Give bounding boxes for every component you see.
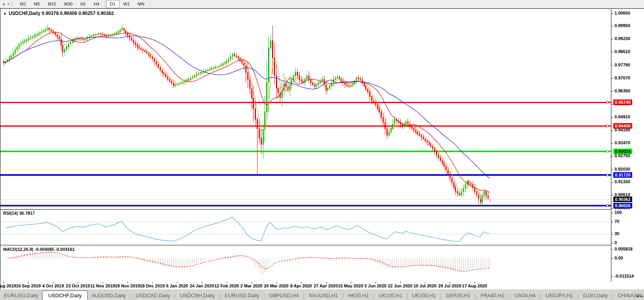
price-chart-canvas[interactable] xyxy=(0,9,611,282)
date-tick-label: 8 Apr 2020 xyxy=(290,283,312,288)
cursor-tool-icon[interactable]: ⌖ xyxy=(1,1,7,7)
chart-window: ▼USDCHF,Daily 0.90378 0.90406 0.90257 0.… xyxy=(0,8,644,289)
chart-tab-uk100[interactable]: UK100,H1 xyxy=(375,291,406,300)
toolbar-grip[interactable] xyxy=(12,1,15,7)
date-tick-label: 29 Jul 2020 xyxy=(438,283,462,288)
timeframe-button-mn[interactable]: MN xyxy=(134,0,148,8)
rsi-tick-dash xyxy=(611,234,613,234)
price-tick-label: 0.90610 xyxy=(615,192,630,197)
ohlc-high: 0.90406 xyxy=(60,11,77,16)
chart-tab-uk100[interactable]: UK100,H1 xyxy=(408,291,440,300)
price-tick-label: 0.96350 xyxy=(615,88,630,93)
chart-tab-usdcad[interactable]: USDCAD,Daily xyxy=(132,291,174,300)
chart-tab-bar: EURUSD,DailyUSDCHF,DailyAUDUSD,Daily|USD… xyxy=(0,289,644,300)
chart-tab-usdchf[interactable]: USDCHF,Daily xyxy=(42,291,87,300)
timeframe-button-m5[interactable]: M5 xyxy=(30,0,44,8)
date-tick-label: 2 Mar 2020 xyxy=(240,283,262,288)
timeframe-button-w1[interactable]: W1 xyxy=(120,0,134,8)
price-tick-dash xyxy=(611,169,613,170)
mt4-application-window: ⌖ ▾ M1M5M15M30H1H4D1W1MN ▼USDCHF,Daily 0… xyxy=(0,0,644,300)
price-tick-label: 0.94910 xyxy=(615,114,630,119)
date-tick-label: 29 Nov 2019 xyxy=(115,283,140,288)
date-tick-label: 22 Jun 2020 xyxy=(388,283,412,288)
price-level-badge: 0.94436 xyxy=(613,123,632,129)
macd-tick-label: -0.011514 xyxy=(615,274,634,278)
price-tick-dash xyxy=(611,182,613,182)
timeframe-toolbar: ⌖ ▾ M1M5M15M30H1H4D1W1MN xyxy=(0,0,644,9)
chart-tab-usdjpy[interactable]: USDJPY,H1 xyxy=(542,291,577,300)
price-tick-label: 1.00650 xyxy=(615,11,630,15)
rsi-indicator-label: RSI(14) 36.7817 xyxy=(3,211,35,215)
price-level-badge: 0.93024 xyxy=(613,149,632,154)
chart-tab-usoil[interactable]: USOil,H4 xyxy=(510,291,539,300)
date-tick-label: 15 May 2020 xyxy=(338,283,363,288)
chart-tab-dj30[interactable]: DJ30,Daily xyxy=(579,291,612,300)
chart-tab-fra40[interactable]: FRA40,H1 xyxy=(477,291,508,300)
ohlc-close: 0.90362 xyxy=(97,11,114,16)
date-tick-label: 4 Oct 2019 xyxy=(42,283,64,288)
chart-tab-ger30[interactable]: GER30,H1 xyxy=(442,291,475,300)
timeframe-button-m30[interactable]: M30 xyxy=(60,0,76,8)
chart-tab-xauusd[interactable]: XAUUSD,H1 xyxy=(305,291,342,300)
macd-tick-label: 0.00 xyxy=(615,256,623,260)
timeframe-group-separator xyxy=(149,1,150,7)
timeframe-button-m1[interactable]: M1 xyxy=(16,0,30,8)
macd-indicator-label: MACD(12,26,9) -0.004085 -0.004161 xyxy=(3,247,75,252)
price-tick-dash xyxy=(611,13,613,14)
price-tick-dash xyxy=(611,65,613,66)
timeframe-button-m15[interactable]: M15 xyxy=(44,0,60,8)
rsi-pane-separator[interactable] xyxy=(0,209,644,210)
date-tick-label: 20 Mar 2020 xyxy=(264,283,288,288)
date-tick-label: 10 Jul 2020 xyxy=(413,283,436,288)
date-tick-label: 28 Aug 2019 xyxy=(0,283,16,288)
date-axis[interactable]: 28 Aug 201916 Sep 20194 Oct 201923 Oct 2… xyxy=(0,282,644,289)
rsi-tick-dash xyxy=(611,243,613,243)
price-axis[interactable]: 1.006500.999500.992300.985100.977900.970… xyxy=(611,9,644,282)
date-tick-label: 16 Sep 2019 xyxy=(16,283,41,288)
price-tick-label: 0.99950 xyxy=(615,23,630,28)
tab-scroll-left-icon[interactable]: ◂ xyxy=(637,294,638,298)
rsi-tick-dash xyxy=(611,222,613,222)
macd-pane-separator[interactable] xyxy=(0,245,644,245)
price-tick-label: 0.91330 xyxy=(615,179,630,184)
date-tick-label: 23 Oct 2019 xyxy=(66,283,90,288)
rsi-tick-label: 70 xyxy=(615,219,619,224)
chart-tab-usdcnh[interactable]: USDCNH,Daily xyxy=(176,291,219,300)
date-tick-label: 18 Dec 2019 xyxy=(140,283,165,288)
rsi-tick-label: 0 xyxy=(615,240,617,245)
rsi-tick-label: 30 xyxy=(615,231,619,236)
chart-tab-gbpusd[interactable]: GBPUSD,H4 xyxy=(265,291,303,300)
price-tick-dash xyxy=(611,130,613,131)
price-tick-dash xyxy=(611,78,613,79)
price-tick-label: 0.98510 xyxy=(615,49,630,54)
timeframe-button-d1[interactable]: D1 xyxy=(106,0,120,8)
price-tick-dash xyxy=(611,143,613,144)
price-level-badge: 0.95740 xyxy=(613,99,632,105)
chart-symbol-period: USDCHF,Daily xyxy=(9,11,40,16)
timeframe-button-h4[interactable]: H4 xyxy=(90,0,103,8)
chart-tab-eurusd[interactable]: EURUSD,Daily xyxy=(221,291,263,300)
timeframe-button-h1[interactable]: H1 xyxy=(76,0,90,8)
tab-scroll-right-icon[interactable]: ▸ xyxy=(641,294,643,298)
macd-tick-dash xyxy=(611,276,613,277)
price-tick-label: 0.92030 xyxy=(615,167,630,171)
price-tick-dash xyxy=(611,26,613,26)
date-tick-label: 3 Jun 2020 xyxy=(364,283,386,288)
timeframe-buttons: M1M5M15M30H1H4D1W1MN xyxy=(16,0,151,8)
cursor-tool-dropdown-icon[interactable]: ▾ xyxy=(7,2,9,6)
price-tick-dash xyxy=(611,91,613,92)
chart-tab-audusd[interactable]: AUDUSD,Daily xyxy=(88,291,130,300)
price-tick-label: 0.93470 xyxy=(615,140,630,145)
date-tick-label: 24 Jan 2020 xyxy=(190,283,214,288)
price-tick-dash xyxy=(611,156,613,156)
chart-dropdown-icon[interactable]: ▼ xyxy=(3,12,7,16)
price-tick-dash xyxy=(611,52,613,52)
chart-tab-hk50[interactable]: HK50,H1 xyxy=(344,291,373,300)
chart-tab-eurusd[interactable]: EURUSD,Daily xyxy=(0,291,42,300)
date-tick-label: 17 Aug 2020 xyxy=(462,283,487,288)
tabs: EURUSD,DailyUSDCHF,DailyAUDUSD,Daily|USD… xyxy=(0,290,644,300)
ohlc-open: 0.90378 xyxy=(42,11,59,16)
price-tick-label: 0.97070 xyxy=(615,75,630,80)
date-tick-label: 6 Jan 2020 xyxy=(166,283,188,288)
price-tick-label: 0.92750 xyxy=(615,153,630,158)
